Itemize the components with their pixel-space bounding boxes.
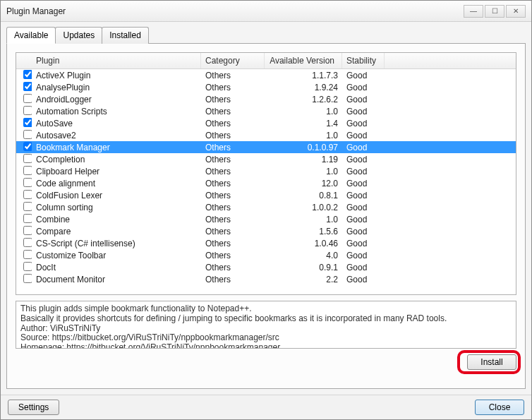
row-checkbox-cell	[16, 250, 32, 261]
table-row[interactable]: Automation ScriptsOthers1.0Good	[16, 105, 516, 117]
plugin-stability: Good	[342, 155, 385, 164]
plugin-checkbox[interactable]	[23, 154, 32, 163]
plugin-version: 1.0	[265, 107, 342, 116]
plugin-category: Others	[201, 131, 265, 140]
desc-line: Author: ViRuSTriNiTy	[20, 324, 512, 334]
minimize-button[interactable]: —	[464, 5, 483, 18]
plugin-name: Code alignment	[32, 179, 201, 188]
plugin-checkbox[interactable]	[23, 274, 32, 283]
plugin-version: 1.0	[265, 215, 342, 224]
plugin-version: 0.9.1	[265, 263, 342, 272]
list-header[interactable]: Plugin Category Available Version Stabil…	[16, 53, 516, 69]
table-row[interactable]: DocItOthers0.9.1Good	[16, 261, 516, 273]
plugin-checkbox[interactable]	[23, 214, 32, 223]
table-row[interactable]: ColdFusion LexerOthers0.8.1Good	[16, 189, 516, 201]
plugin-version: 1.0	[265, 131, 342, 140]
window-title: Plugin Manager	[6, 6, 66, 16]
row-checkbox-cell	[16, 202, 32, 213]
plugin-category: Others	[201, 239, 265, 248]
plugin-version: 1.1.7.3	[265, 71, 342, 80]
plugin-stability: Good	[342, 119, 385, 128]
plugin-name: Customize Toolbar	[32, 251, 201, 260]
plugin-category: Others	[201, 71, 265, 80]
install-button[interactable]: Install	[467, 354, 516, 370]
table-row[interactable]: CombineOthers1.0Good	[16, 213, 516, 225]
plugin-stability: Good	[342, 179, 385, 188]
plugin-stability: Good	[342, 263, 385, 272]
plugin-checkbox[interactable]	[23, 82, 32, 91]
content-area: AvailableUpdatesInstalled Plugin Categor…	[1, 22, 531, 395]
table-row[interactable]: AutoSaveOthers1.4Good	[16, 117, 516, 129]
row-checkbox-cell	[16, 118, 32, 129]
plugin-name: Document Monitor	[32, 275, 201, 284]
col-stability[interactable]: Stability	[342, 53, 385, 68]
plugin-category: Others	[201, 83, 265, 92]
desc-line: Homepage: https://bitbucket.org/ViRuSTri…	[20, 343, 512, 349]
settings-button[interactable]: Settings	[8, 400, 59, 415]
row-checkbox-cell	[16, 238, 32, 249]
table-row[interactable]: ActiveX PluginOthers1.1.7.3Good	[16, 69, 516, 81]
plugin-stability: Good	[342, 239, 385, 248]
plugin-stability: Good	[342, 107, 385, 116]
plugin-category: Others	[201, 143, 265, 152]
plugin-checkbox[interactable]	[23, 142, 32, 151]
plugin-name: DocIt	[32, 263, 201, 272]
plugin-checkbox[interactable]	[23, 190, 32, 199]
plugin-checkbox[interactable]	[23, 166, 32, 175]
plugin-version: 1.0.46	[265, 239, 342, 248]
tab-updates[interactable]: Updates	[55, 27, 102, 44]
plugin-category: Others	[201, 215, 265, 224]
plugin-stability: Good	[342, 215, 385, 224]
table-row[interactable]: Clipboard HelperOthers1.0Good	[16, 165, 516, 177]
plugin-checkbox[interactable]	[23, 178, 32, 187]
plugin-checkbox[interactable]	[23, 238, 32, 247]
plugin-checkbox[interactable]	[23, 70, 32, 79]
table-row[interactable]: AndroidLoggerOthers1.2.6.2Good	[16, 93, 516, 105]
table-row[interactable]: AnalysePluginOthers1.9.24Good	[16, 81, 516, 93]
col-category[interactable]: Category	[201, 53, 265, 68]
list-body[interactable]: ActiveX PluginOthers1.1.7.3GoodAnalysePl…	[16, 69, 516, 294]
table-row[interactable]: Column sortingOthers1.0.0.2Good	[16, 201, 516, 213]
tab-installed[interactable]: Installed	[102, 27, 149, 44]
plugin-stability: Good	[342, 131, 385, 140]
plugin-checkbox[interactable]	[23, 94, 32, 103]
plugin-stability: Good	[342, 83, 385, 92]
row-checkbox-cell	[16, 190, 32, 201]
plugin-checkbox[interactable]	[23, 262, 32, 271]
table-row[interactable]: Bookmark ManagerOthers0.1.0.97Good	[16, 141, 516, 153]
plugin-stability: Good	[342, 191, 385, 200]
table-row[interactable]: Code alignmentOthers12.0Good	[16, 177, 516, 189]
plugin-stability: Good	[342, 167, 385, 176]
table-row[interactable]: CCompletionOthers1.19Good	[16, 153, 516, 165]
maximize-button[interactable]: ☐	[485, 5, 504, 18]
plugin-checkbox[interactable]	[23, 130, 32, 139]
plugin-category: Others	[201, 191, 265, 200]
close-button[interactable]: Close	[475, 400, 524, 415]
col-plugin[interactable]: Plugin	[32, 53, 201, 68]
row-checkbox-cell	[16, 82, 32, 93]
plugin-description[interactable]: This plugin adds simple bookmark functio…	[16, 301, 516, 349]
tab-available[interactable]: Available	[6, 27, 56, 44]
plugin-name: CCompletion	[32, 155, 201, 164]
col-version[interactable]: Available Version	[265, 53, 342, 68]
plugin-checkbox[interactable]	[23, 202, 32, 211]
plugin-checkbox[interactable]	[23, 250, 32, 259]
table-row[interactable]: Customize ToolbarOthers4.0Good	[16, 249, 516, 261]
plugin-checkbox[interactable]	[23, 226, 32, 235]
table-row[interactable]: CompareOthers1.5.6Good	[16, 225, 516, 237]
window-controls: — ☐ ✕	[464, 5, 526, 18]
row-checkbox-cell	[16, 178, 32, 189]
table-row[interactable]: CS-Script (C# intellisense)Others1.0.46G…	[16, 237, 516, 249]
plugin-name: Clipboard Helper	[32, 167, 201, 176]
tabstrip: AvailableUpdatesInstalled	[6, 26, 526, 43]
table-row[interactable]: Document MonitorOthers2.2Good	[16, 273, 516, 285]
plugin-checkbox[interactable]	[23, 118, 32, 127]
install-row: Install	[16, 354, 516, 370]
plugin-checkbox[interactable]	[23, 106, 32, 115]
plugin-name: Compare	[32, 227, 201, 236]
plugin-version: 12.0	[265, 179, 342, 188]
close-window-button[interactable]: ✕	[506, 5, 526, 18]
plugin-name: Column sorting	[32, 203, 201, 212]
row-checkbox-cell	[16, 214, 32, 225]
table-row[interactable]: Autosave2Others1.0Good	[16, 129, 516, 141]
